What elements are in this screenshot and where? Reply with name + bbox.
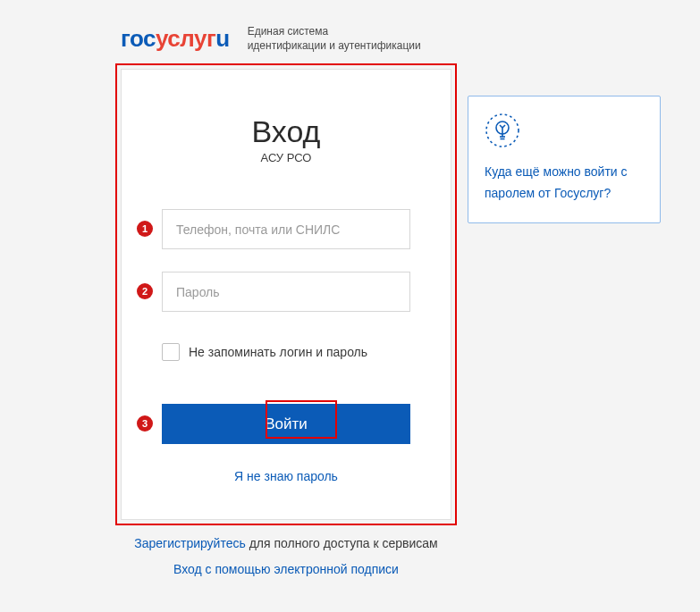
register-text: для полного доступа к сервисам — [246, 536, 438, 550]
annotation-badge-1: 1 — [137, 221, 153, 237]
remember-row: Не запоминать логин и пароль — [162, 343, 410, 361]
logo-part-uslugi: услуг — [156, 25, 215, 52]
login-card: Вход АСУ РСО 1 2 Не запоминать логин и п… — [121, 69, 451, 520]
remember-checkbox[interactable] — [162, 343, 180, 361]
forgot-password-link[interactable]: Я не знаю пароль — [162, 469, 410, 483]
signature-login-link[interactable]: Вход с помощью электронной подписи — [173, 562, 399, 576]
lightbulb-icon — [485, 113, 644, 148]
annotation-badge-3: 3 — [137, 415, 153, 432]
svg-line-4 — [502, 125, 505, 128]
service-name: АСУ РСО — [162, 151, 410, 164]
page-title: Вход — [162, 114, 410, 149]
header-subtitle: Единая система идентификации и аутентифи… — [248, 25, 421, 53]
remember-label: Не запоминать логин и пароль — [189, 345, 367, 359]
header: госуслугu Единая система идентификации и… — [0, 0, 700, 69]
annotation-badge-2: 2 — [137, 283, 153, 299]
subtitle-line1: Единая система — [248, 25, 421, 39]
register-link[interactable]: Зарегистрируйтесь — [134, 536, 246, 550]
svg-line-3 — [500, 125, 502, 128]
below-links: Зарегистрируйтесь для полного доступа к … — [121, 536, 451, 577]
login-button[interactable]: Войти — [162, 404, 410, 444]
subtitle-line2: идентификации и аутентификации — [248, 39, 421, 54]
logo: госуслугu — [121, 25, 230, 53]
login-input[interactable] — [162, 209, 410, 249]
info-link[interactable]: Куда ещё можно войти с паролем от Госусл… — [485, 164, 628, 200]
logo-part-u: u — [215, 25, 229, 52]
password-input[interactable] — [162, 272, 410, 312]
info-card: Куда ещё можно войти с паролем от Госусл… — [468, 96, 661, 223]
logo-part-gos: гос — [121, 25, 156, 52]
